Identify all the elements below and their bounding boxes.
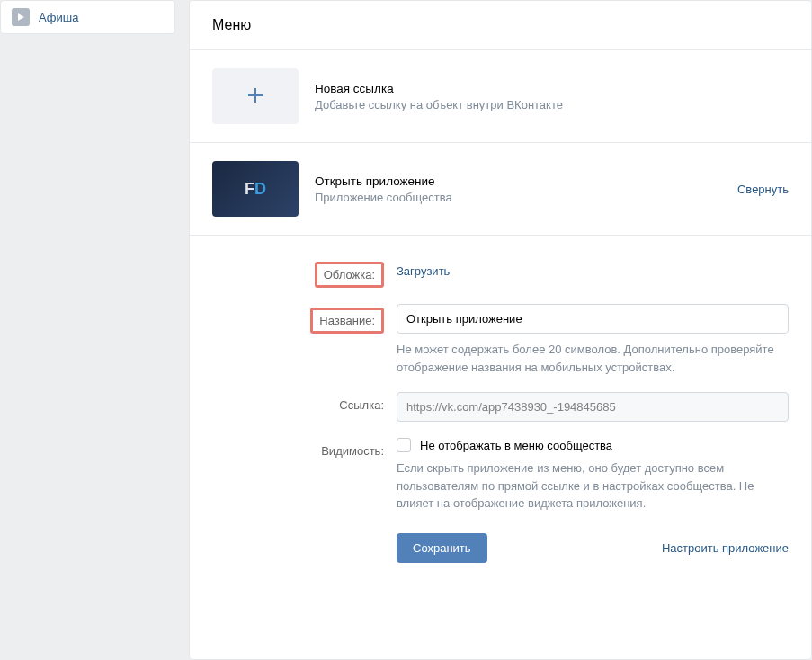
play-icon — [12, 8, 30, 26]
visibility-checkbox-label[interactable]: Не отображать в меню сообщества — [420, 439, 612, 452]
sidebar-item-afisha[interactable]: Афиша — [1, 1, 174, 33]
visibility-row: Видимость: Не отображать в меню сообщест… — [212, 438, 789, 513]
visibility-checkbox-row[interactable]: Не отображать в меню сообщества — [397, 438, 789, 452]
cover-row: Обложка: Загрузить — [212, 258, 789, 288]
actions-row: Сохранить Настроить приложение — [212, 529, 789, 563]
upload-link[interactable]: Загрузить — [397, 258, 450, 278]
cover-label: Обложка: — [315, 262, 384, 288]
visibility-help: Если скрыть приложение из меню, оно буде… — [397, 459, 789, 513]
collapse-link[interactable]: Свернуть — [737, 183, 789, 196]
header: Меню — [190, 1, 811, 50]
logo-letter-d: D — [254, 180, 266, 199]
link-label-cell: Ссылка: — [212, 392, 397, 422]
app-item-title: Открыть приложение — [315, 174, 737, 188]
sidebar: Афиша — [0, 0, 175, 34]
actions-control: Сохранить Настроить приложение — [397, 533, 789, 563]
app-thumbnail: FD — [212, 161, 299, 217]
cover-label-cell: Обложка: — [212, 258, 397, 288]
link-input — [397, 392, 789, 422]
new-link-section[interactable]: Новая ссылка Добавьте ссылку на объект в… — [190, 50, 811, 143]
visibility-checkbox[interactable] — [397, 438, 411, 452]
name-input[interactable] — [397, 304, 789, 334]
new-link-subtitle: Добавьте ссылку на объект внутри ВКонтак… — [315, 98, 789, 111]
visibility-label: Видимость: — [321, 444, 384, 458]
plus-icon — [245, 85, 265, 108]
new-link-body: Новая ссылка Добавьте ссылку на объект в… — [315, 82, 789, 111]
app-item-body: Открыть приложение Приложение сообщества — [315, 174, 737, 204]
cover-control: Загрузить — [397, 258, 789, 288]
new-link-title: Новая ссылка — [315, 82, 789, 95]
add-thumbnail — [212, 68, 299, 124]
edit-form: Обложка: Загрузить Название: Не может со… — [190, 236, 811, 602]
actions-spacer — [212, 529, 397, 563]
name-label-cell: Название: — [212, 304, 397, 376]
app-item-section: FD Открыть приложение Приложение сообщес… — [190, 143, 811, 236]
name-control: Не может содержать более 20 символов. До… — [397, 304, 789, 376]
name-help: Не может содержать более 20 символов. До… — [397, 341, 789, 376]
main-panel: Меню Новая ссылка Добавьте ссылку на объ… — [189, 0, 812, 660]
save-button[interactable]: Сохранить — [397, 533, 487, 563]
configure-app-link[interactable]: Настроить приложение — [662, 541, 789, 555]
link-control — [397, 392, 789, 422]
name-row: Название: Не может содержать более 20 си… — [212, 304, 789, 376]
name-label: Название: — [310, 308, 384, 334]
visibility-control: Не отображать в меню сообщества Если скр… — [397, 438, 789, 513]
page-title: Меню — [212, 17, 789, 33]
logo-letter-f: F — [245, 180, 254, 199]
sidebar-item-label: Афиша — [39, 11, 78, 24]
app-item-subtitle: Приложение сообщества — [315, 191, 737, 204]
visibility-label-cell: Видимость: — [212, 438, 397, 513]
link-row: Ссылка: — [212, 392, 789, 422]
link-label: Ссылка: — [339, 398, 384, 412]
